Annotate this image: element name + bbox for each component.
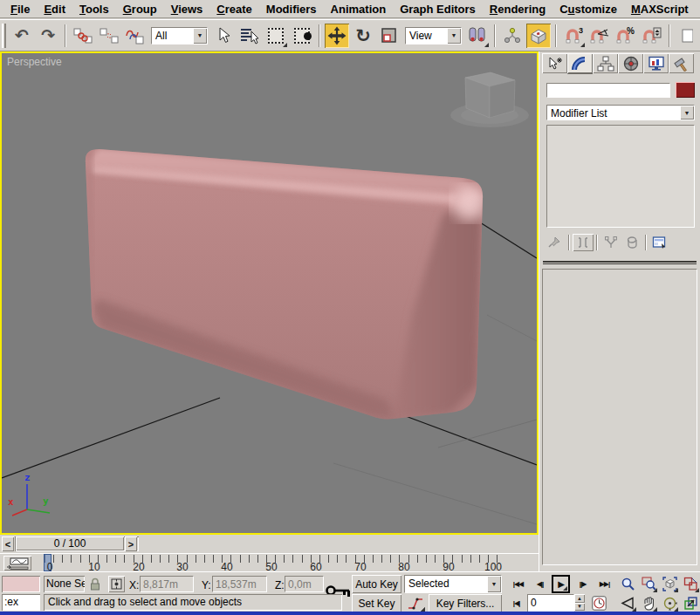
percent-snap-toggle-button[interactable]: % [614, 24, 638, 48]
bind-to-space-warp-button[interactable] [123, 24, 148, 48]
reference-coordinate-system-combo[interactable]: View ▼ [405, 27, 462, 44]
angle-snap-toggle-button[interactable] [587, 24, 612, 48]
time-slider-handle[interactable]: 0 / 100 [16, 536, 124, 550]
y-coordinate-field[interactable]: 18,537m [212, 576, 267, 592]
toolbar-grip[interactable] [2, 24, 6, 48]
menu-bar: File Edit Tools Group Views Create Modif… [0, 0, 700, 18]
menu-customize[interactable]: Customize [552, 1, 624, 17]
edit-named-selections-button[interactable] [675, 24, 699, 48]
z-coordinate-field[interactable]: 0,0m [285, 576, 324, 592]
track-bar[interactable]: 0 10 20 30 40 50 60 70 80 90 100 [0, 553, 539, 571]
menu-edit[interactable]: Edit [37, 1, 72, 17]
spinner-down-icon[interactable]: ▼ [574, 603, 585, 612]
tab-modify[interactable] [567, 53, 593, 73]
select-and-link-button[interactable] [71, 24, 95, 48]
magnet-angle-snap-icon [589, 27, 610, 44]
go-to-start-button[interactable]: |◀◀ [509, 575, 527, 593]
absolute-offset-mode-toggle[interactable] [108, 576, 125, 592]
menu-tools[interactable]: Tools [72, 1, 116, 17]
default-tangent-button[interactable] [404, 594, 426, 612]
menu-animation[interactable]: Animation [324, 1, 394, 17]
menu-views[interactable]: Views [164, 1, 210, 17]
zoom-magnifier-icon [621, 577, 635, 591]
previous-frame-button[interactable]: ◀|| [531, 575, 549, 593]
next-frame-button[interactable]: ||▶ [573, 575, 592, 593]
selection-lock-toggle[interactable] [88, 577, 102, 594]
viewport-perspective[interactable]: Perspective [0, 51, 539, 535]
chevron-down-icon[interactable]: ▼ [487, 576, 501, 592]
maximize-viewport-toggle[interactable] [682, 594, 700, 612]
auto-key-button[interactable]: Auto Key [352, 575, 401, 593]
menu-modifiers[interactable]: Modifiers [259, 1, 324, 17]
play-animation-button[interactable]: ▶ [552, 575, 570, 593]
zoom-button[interactable] [619, 575, 637, 593]
maxscript-mini-listener[interactable]: :ex [2, 594, 40, 611]
unlink-selection-button[interactable] [97, 24, 121, 48]
pan-view-button[interactable] [640, 594, 658, 612]
chevron-down-icon[interactable]: ▼ [193, 28, 207, 44]
configure-modifier-sets-button[interactable] [649, 234, 670, 251]
key-filters-button[interactable]: Key Filters... [429, 594, 502, 612]
key-mode-combo[interactable]: Selected ▼ [404, 575, 502, 593]
selection-filter-combo[interactable]: All ▼ [151, 27, 208, 44]
field-of-view-button[interactable] [619, 594, 637, 612]
make-unique-button[interactable] [600, 234, 621, 251]
zoom-all-button[interactable] [640, 575, 658, 593]
open-mini-curve-editor-button[interactable] [3, 556, 31, 571]
time-slider-next-button[interactable]: > [125, 536, 137, 551]
tab-display[interactable] [643, 53, 669, 73]
select-and-move-button[interactable] [325, 24, 349, 48]
zoom-extents-all-button[interactable] [682, 575, 700, 593]
window-crossing-toggle[interactable] [290, 24, 314, 48]
go-to-end-button[interactable]: ▶▶| [595, 575, 614, 593]
show-end-result-toggle[interactable] [573, 234, 594, 251]
menu-create[interactable]: Create [209, 1, 258, 17]
key-mode-toggle-button[interactable]: |◀| [509, 594, 524, 612]
tab-create[interactable] [542, 53, 567, 73]
viewcube[interactable] [450, 72, 529, 127]
frame-spinner[interactable]: ▲▼ [574, 594, 585, 611]
rectangular-selection-region-button[interactable] [264, 24, 288, 48]
object-color-swatch[interactable] [676, 82, 695, 98]
undo-button[interactable]: ↶ [10, 24, 34, 48]
menu-graph-editors[interactable]: Graph Editors [393, 1, 483, 17]
menu-file[interactable]: File [3, 1, 37, 17]
select-and-rotate-button[interactable]: ↻ [351, 24, 375, 48]
modifier-list-dropdown[interactable]: Modifier List ▼ [546, 105, 695, 120]
current-frame-field[interactable]: 0 ▲▼ [527, 594, 585, 612]
current-frame-value: 0 [527, 594, 574, 612]
set-key-button[interactable]: Set Key [352, 594, 401, 612]
select-and-scale-button[interactable] [377, 24, 401, 48]
scene-object-box[interactable] [80, 145, 491, 424]
utilities-hammer-icon [673, 56, 690, 72]
menu-maxscript[interactable]: MAXScript [624, 1, 696, 17]
menu-rendering[interactable]: Rendering [483, 1, 552, 17]
tab-hierarchy[interactable] [593, 53, 618, 73]
menu-group[interactable]: Group [116, 1, 164, 17]
pin-stack-button[interactable] [545, 234, 566, 251]
keyboard-shortcut-override-toggle[interactable] [526, 24, 551, 48]
select-and-manipulate-button[interactable] [500, 24, 525, 48]
spinner-snap-toggle-button[interactable] [640, 24, 664, 48]
chevron-down-icon[interactable]: ▼ [680, 106, 694, 120]
modifier-stack-list[interactable] [546, 125, 695, 228]
chevron-down-icon[interactable]: ▼ [447, 28, 461, 44]
use-pivot-point-center-button[interactable] [465, 24, 490, 48]
macro-recorder-pane[interactable] [2, 576, 40, 592]
x-coordinate-field[interactable]: 8,817m [140, 576, 194, 592]
redo-button[interactable]: ↷ [36, 24, 60, 48]
remove-modifier-button[interactable] [621, 234, 642, 251]
tab-utilities[interactable] [669, 53, 694, 73]
listener-text: :ex [4, 596, 18, 608]
select-object-button[interactable] [211, 24, 236, 48]
object-name-field[interactable] [546, 83, 670, 98]
time-configuration-button[interactable] [590, 594, 608, 612]
menu-help[interactable]: Help [696, 1, 700, 17]
snaps-toggle-button[interactable]: 3 [561, 24, 586, 48]
arc-rotate-button[interactable] [661, 594, 679, 612]
zoom-extents-button[interactable] [661, 575, 679, 593]
spinner-up-icon[interactable]: ▲ [574, 594, 585, 603]
select-by-name-button[interactable] [237, 24, 262, 48]
time-slider-prev-button[interactable]: < [2, 536, 14, 551]
tab-motion[interactable] [618, 53, 643, 73]
